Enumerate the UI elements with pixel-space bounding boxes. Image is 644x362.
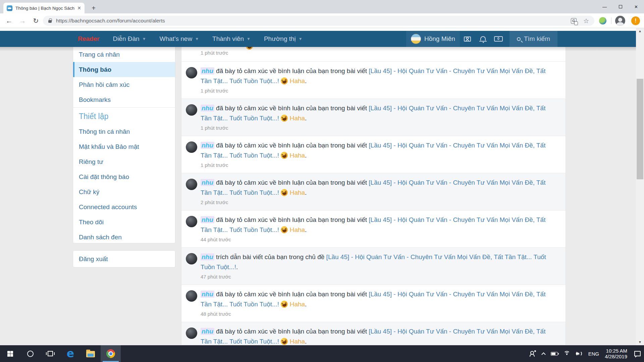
alert-user-avatar[interactable]: [186, 253, 197, 264]
reaction-label[interactable]: Haha: [290, 338, 305, 345]
new-tab-button[interactable]: +: [89, 4, 98, 13]
scrollbar[interactable]: ▲ ▼: [636, 28, 644, 345]
edge-taskbar-button[interactable]: e: [60, 345, 80, 362]
volume-icon[interactable]: [576, 351, 583, 356]
alert-row[interactable]: nhu đã bày tỏ cảm xúc về bình luận của b…: [181, 61, 566, 99]
tab-close-icon[interactable]: ✕: [77, 5, 81, 11]
reaction-label[interactable]: Haha: [290, 301, 305, 308]
update-warning-icon[interactable]: !: [631, 16, 640, 25]
username-link[interactable]: nhu: [201, 67, 214, 74]
sidebar-item-3[interactable]: Bookmarks: [73, 92, 175, 107]
alert-row[interactable]: nhu đã bày tỏ cảm xúc về bình luận của b…: [181, 173, 566, 210]
alert-user-avatar[interactable]: [186, 216, 197, 227]
bookmark-star-icon[interactable]: ☆: [583, 17, 589, 25]
reaction-label[interactable]: Haha: [290, 115, 305, 122]
logout-box: Đăng xuất: [73, 250, 175, 267]
sidebar-item-2[interactable]: Phản hồi cảm xúc: [73, 77, 175, 92]
sidebar-item-0[interactable]: Trang cá nhân: [73, 47, 175, 62]
username-link[interactable]: nhu: [201, 216, 214, 223]
alert-action-text: trích dẫn bài viết của bạn trong chủ đề: [216, 253, 326, 260]
address-bar[interactable]: https://bachngocsach.com/forum/account/a…: [43, 16, 594, 26]
alert-row[interactable]: nhu đã bày tỏ cảm xúc về bình luận của b…: [181, 210, 566, 247]
credits-button[interactable]: [491, 31, 506, 47]
alert-user-avatar[interactable]: [186, 327, 197, 339]
alert-row-partial[interactable]: 1 phút trước: [181, 47, 566, 61]
account-menu[interactable]: Hồng Miên: [406, 31, 460, 47]
scroll-up-icon[interactable]: ▲: [636, 28, 644, 34]
username-link[interactable]: nhu: [201, 291, 214, 298]
reaction-label[interactable]: Haha: [290, 189, 305, 196]
alert-row[interactable]: nhu đã bày tỏ cảm xúc về bình luận của b…: [181, 285, 566, 322]
back-button[interactable]: ←: [4, 16, 14, 26]
inbox-button[interactable]: [460, 31, 475, 47]
sidebar-settings-item-0[interactable]: Thông tin cá nhân: [73, 124, 175, 139]
start-button[interactable]: [0, 345, 20, 362]
reaction-label[interactable]: Haha: [290, 152, 305, 159]
alert-row[interactable]: nhu đã bày tỏ cảm xúc về bình luận của b…: [181, 136, 566, 173]
username-link[interactable]: nhu: [201, 105, 214, 112]
username-link[interactable]: nhu: [201, 179, 214, 186]
nav-item-whats-new[interactable]: What's new ▼: [160, 35, 199, 43]
alert-user-avatar[interactable]: [186, 67, 197, 78]
action-center-icon[interactable]: [634, 351, 641, 356]
alert-row[interactable]: nhu đã bày tỏ cảm xúc về bình luận của b…: [181, 99, 566, 136]
haha-emoji-icon: [280, 114, 288, 122]
sidebar-item-logout[interactable]: Đăng xuất: [73, 251, 175, 267]
maximize-button[interactable]: [612, 0, 628, 13]
sidebar-settings-item-4[interactable]: Chữ ký: [73, 184, 175, 199]
sidebar-settings-item-3[interactable]: Cài đặt thông báo: [73, 169, 175, 184]
username-link[interactable]: nhu: [201, 142, 214, 149]
minimize-button[interactable]: —: [597, 0, 612, 13]
sidebar-settings-item-6[interactable]: Theo dõi: [73, 215, 175, 230]
sidebar-item-1[interactable]: Thông báo: [73, 62, 175, 77]
scroll-down-icon[interactable]: ▼: [636, 339, 644, 345]
cortana-button[interactable]: [20, 345, 40, 362]
reaction-label[interactable]: Haha: [290, 77, 305, 84]
username-link[interactable]: nhu: [201, 253, 214, 260]
battery-icon[interactable]: [551, 352, 558, 356]
nav-item-market[interactable]: Phường thị ▼: [264, 35, 303, 43]
search-label: Tìm kiếm: [524, 35, 550, 43]
alert-row[interactable]: nhu trích dẫn bài viết của bạn trong chủ…: [181, 247, 566, 285]
wifi-icon[interactable]: [564, 351, 570, 356]
chrome-taskbar-button[interactable]: [101, 345, 121, 362]
scrollbar-thumb[interactable]: [637, 79, 643, 179]
language-indicator[interactable]: ENG: [588, 351, 599, 357]
alert-row[interactable]: nhu đã bày tỏ cảm xúc về bình luận của b…: [181, 322, 566, 345]
sidebar-settings-item-7[interactable]: Danh sách đen: [73, 230, 175, 243]
sidebar-settings-item-1[interactable]: Mật khẩu và Bảo mật: [73, 139, 175, 154]
alert-user-avatar[interactable]: [186, 104, 197, 116]
alert-user-avatar[interactable]: [186, 141, 197, 153]
reaction-label[interactable]: Haha: [290, 226, 305, 233]
translate-icon[interactable]: G: [571, 18, 577, 24]
taskbar-clock[interactable]: 10:25 AM 4/28/2019: [605, 348, 627, 359]
site-favicon: [7, 5, 12, 11]
browser-tab-strip: Thông báo | Bạch Ngọc Sách ✕ + — ✕: [0, 0, 644, 13]
browser-profile-avatar[interactable]: [615, 16, 625, 26]
browser-tab[interactable]: Thông báo | Bạch Ngọc Sách ✕: [3, 3, 85, 13]
file-explorer-button[interactable]: [80, 345, 101, 362]
tray-expand-icon[interactable]: [541, 352, 546, 357]
search-button[interactable]: Tìm kiếm: [509, 31, 557, 47]
refresh-button[interactable]: ↻: [31, 16, 41, 26]
nav-item-members[interactable]: Thành viên ▼: [212, 35, 251, 43]
alert-action-text: đã bày tỏ cảm xúc về bình luận của bạn t…: [216, 216, 369, 223]
idm-extension-icon[interactable]: [599, 17, 606, 24]
secure-lock-icon[interactable]: [48, 20, 52, 23]
alert-user-avatar[interactable]: [186, 179, 197, 190]
alert-user-avatar[interactable]: [186, 290, 197, 302]
forward-button[interactable]: →: [17, 16, 28, 26]
browser-toolbar: ← → ↻ https://bachngocsach.com/forum/acc…: [0, 13, 644, 28]
url-text[interactable]: https://bachngocsach.com/forum/account/a…: [56, 18, 571, 24]
close-button[interactable]: ✕: [628, 0, 644, 13]
sidebar-section-settings[interactable]: Thiết lập: [73, 108, 175, 124]
alerts-button[interactable]: [475, 31, 491, 47]
username-link[interactable]: nhu: [201, 328, 214, 335]
sidebar-settings-item-2[interactable]: Riêng tư: [73, 154, 175, 169]
people-icon[interactable]: [530, 351, 536, 356]
nav-item-reader[interactable]: Reader: [78, 35, 99, 43]
sidebar-settings-item-5[interactable]: Connected accounts: [73, 199, 175, 215]
nav-item-forum[interactable]: Diễn Đàn ▼: [113, 35, 146, 43]
task-view-button[interactable]: [40, 345, 60, 362]
account-avatar: [411, 34, 421, 44]
